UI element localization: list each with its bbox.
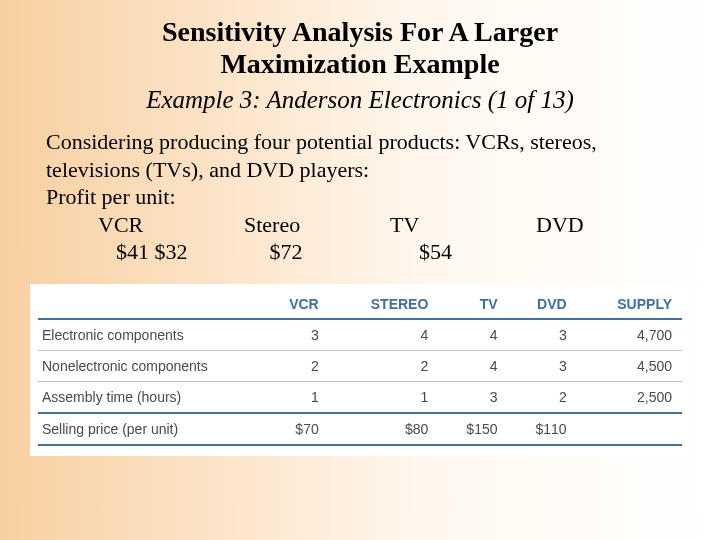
table-row: Electronic components 3 4 4 3 4,700 xyxy=(38,319,682,351)
cell-stereo: 1 xyxy=(329,381,439,413)
cell-vcr: $70 xyxy=(262,413,329,445)
cell-dvd: 3 xyxy=(508,350,577,381)
cell-label: Nonelectronic components xyxy=(38,350,262,381)
cell-stereo: $80 xyxy=(329,413,439,445)
cell-label: Electronic components xyxy=(38,319,262,351)
profit-header-stereo: Stereo xyxy=(244,211,390,239)
profit-header-tv: TV xyxy=(390,211,536,239)
title-line-2: Maximization Example xyxy=(220,48,499,79)
slide-subtitle: Example 3: Anderson Electronics (1 of 13… xyxy=(50,86,670,114)
th-vcr: VCR xyxy=(262,290,329,319)
cell-dvd: 3 xyxy=(508,319,577,351)
cell-supply xyxy=(577,413,682,445)
cell-dvd: 2 xyxy=(508,381,577,413)
cell-vcr: 3 xyxy=(262,319,329,351)
cell-supply: 2,500 xyxy=(577,381,682,413)
constraints-table-wrap: VCR STEREO TV DVD SUPPLY Electronic comp… xyxy=(30,284,690,456)
profit-value-stereo: $72 xyxy=(270,238,402,266)
th-dvd: DVD xyxy=(508,290,577,319)
table-header-row: VCR STEREO TV DVD SUPPLY xyxy=(38,290,682,319)
profit-header-row: VCR Stereo TV DVD xyxy=(98,211,682,239)
cell-vcr: 1 xyxy=(262,381,329,413)
table-row: Nonelectronic components 2 2 4 3 4,500 xyxy=(38,350,682,381)
profit-value-tv: $54 xyxy=(419,238,551,266)
table-row: Selling price (per unit) $70 $80 $150 $1… xyxy=(38,413,682,445)
constraints-table: VCR STEREO TV DVD SUPPLY Electronic comp… xyxy=(38,290,682,446)
profit-value-vcr: $41 $32 xyxy=(116,238,248,266)
th-stereo: STEREO xyxy=(329,290,439,319)
cell-vcr: 2 xyxy=(262,350,329,381)
th-tv: TV xyxy=(438,290,507,319)
profit-header-dvd: DVD xyxy=(536,211,682,239)
cell-stereo: 2 xyxy=(329,350,439,381)
body-line-2: televisions (TVs), and DVD players: xyxy=(46,156,682,184)
cell-supply: 4,700 xyxy=(577,319,682,351)
table-row: Assembly time (hours) 1 1 3 2 2,500 xyxy=(38,381,682,413)
slide-body: Considering producing four potential pro… xyxy=(38,128,682,266)
title-line-1: Sensitivity Analysis For A Larger xyxy=(162,16,558,47)
cell-label: Selling price (per unit) xyxy=(38,413,262,445)
cell-tv: $150 xyxy=(438,413,507,445)
cell-label: Assembly time (hours) xyxy=(38,381,262,413)
body-line-1: Considering producing four potential pro… xyxy=(46,128,682,156)
profit-header-vcr: VCR xyxy=(98,211,244,239)
profit-label: Profit per unit: xyxy=(46,183,682,211)
cell-supply: 4,500 xyxy=(577,350,682,381)
th-blank xyxy=(38,290,262,319)
profit-value-row: $41 $32 $72 $54 xyxy=(98,238,682,266)
cell-tv: 3 xyxy=(438,381,507,413)
slide: Sensitivity Analysis For A Larger Maximi… xyxy=(0,0,720,540)
profit-value-dvd xyxy=(551,238,683,266)
cell-dvd: $110 xyxy=(508,413,577,445)
cell-tv: 4 xyxy=(438,350,507,381)
cell-stereo: 4 xyxy=(329,319,439,351)
th-supply: SUPPLY xyxy=(577,290,682,319)
slide-title: Sensitivity Analysis For A Larger Maximi… xyxy=(90,16,630,80)
cell-tv: 4 xyxy=(438,319,507,351)
